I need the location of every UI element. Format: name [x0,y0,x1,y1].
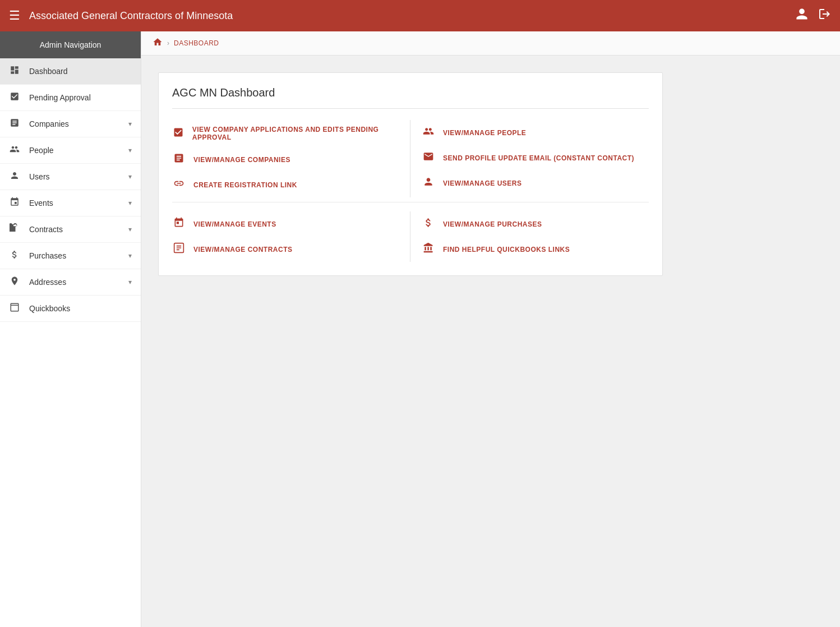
nav-icon-companies [9,118,20,130]
nav-label-events: Events [29,199,119,208]
dash-link-text-view-manage-people: VIEW/MANAGE PEOPLE [443,129,526,137]
nav-arrow-companies: ▾ [128,120,132,128]
dashboard-link-send-profile-update[interactable]: SEND PROFILE UPDATE EMAIL (CONSTANT CONT… [422,145,649,170]
nav-icon-addresses [9,276,20,288]
dash-link-icon-send-profile-update [422,151,435,165]
dashboard-link-view-manage-users[interactable]: VIEW/MANAGE USERS [422,170,649,196]
topbar-right [795,7,831,24]
nav-arrow-users: ▾ [128,173,132,181]
dashboard-link-find-quickbooks[interactable]: FIND HELPFUL QUICKBOOKS LINKS [422,237,649,262]
sidebar-item-contracts[interactable]: Contracts ▾ [0,216,141,243]
dash-link-text-create-registration-link: CREATE REGISTRATION LINK [193,181,297,189]
nav-label-companies: Companies [29,119,119,128]
dash-link-text-view-manage-companies: VIEW/MANAGE COMPANIES [193,156,290,164]
nav-arrow-purchases: ▾ [128,252,132,260]
dash-link-icon-create-registration-link [172,178,186,192]
topbar: ☰ Associated General Contractors of Minn… [0,0,840,31]
dashboard-top-left: VIEW COMPANY APPLICATIONS AND EDITS PEND… [172,120,410,197]
sidebar-item-people[interactable]: People ▾ [0,137,141,164]
nav-icon-dashboard [9,65,20,77]
dash-link-text-find-quickbooks: FIND HELPFUL QUICKBOOKS LINKS [443,246,570,253]
nav-icon-users [9,170,20,183]
dashboard-link-view-manage-contracts[interactable]: VIEW/MANAGE CONTRACTS [172,237,399,262]
dash-link-icon-view-manage-users [422,176,435,190]
sidebar-item-events[interactable]: Events ▾ [0,190,141,216]
dashboard-top-section: VIEW COMPANY APPLICATIONS AND EDITS PEND… [172,120,649,202]
nav-label-people: People [29,146,119,155]
nav-icon-people [9,144,20,156]
nav-icon-quickbooks [9,302,20,315]
logout-icon[interactable] [818,7,831,24]
sidebar-item-purchases[interactable]: Purchases ▾ [0,243,141,269]
dash-link-icon-view-manage-purchases [422,217,435,231]
sidebar-item-dashboard[interactable]: Dashboard [0,58,141,85]
dash-link-icon-view-manage-events [172,217,186,231]
dash-link-icon-view-manage-contracts [172,242,186,256]
nav-label-purchases: Purchases [29,251,119,260]
nav-arrow-contracts: ▾ [128,225,132,233]
dashboard-title: AGC MN Dashboard [172,86,649,109]
breadcrumb-home-icon[interactable] [153,37,163,49]
nav-icon-pending-approval [9,91,20,104]
nav-arrow-addresses: ▾ [128,278,132,286]
dashboard-link-view-company-apps[interactable]: VIEW COMPANY APPLICATIONS AND EDITS PEND… [172,120,399,147]
sidebar-item-companies[interactable]: Companies ▾ [0,111,141,137]
dash-link-text-view-manage-purchases: VIEW/MANAGE PURCHASES [443,220,542,228]
breadcrumb: › DASHBOARD [141,31,840,56]
dash-link-icon-view-company-apps [172,127,184,141]
breadcrumb-separator: › [167,39,169,47]
dashboard-link-view-manage-companies[interactable]: VIEW/MANAGE COMPANIES [172,147,399,172]
dashboard-link-view-manage-purchases[interactable]: VIEW/MANAGE PURCHASES [422,211,649,237]
layout: Admin Navigation Dashboard Pending Appro… [0,31,840,627]
sidebar: Admin Navigation Dashboard Pending Appro… [0,31,141,627]
menu-icon[interactable]: ☰ [9,8,20,23]
dash-link-text-view-manage-events: VIEW/MANAGE EVENTS [193,220,276,228]
nav-label-dashboard: Dashboard [29,67,132,76]
dash-link-text-view-manage-contracts: VIEW/MANAGE CONTRACTS [193,246,293,253]
breadcrumb-current: DASHBOARD [174,39,219,47]
sidebar-item-users[interactable]: Users ▾ [0,164,141,190]
nav-label-contracts: Contracts [29,225,119,234]
dashboard-bottom-section: VIEW/MANAGE EVENTS VIEW/MANAGE CONTRACTS… [172,207,649,262]
nav-label-addresses: Addresses [29,278,119,287]
topbar-left: ☰ Associated General Contractors of Minn… [9,8,233,23]
account-icon[interactable] [795,7,809,24]
dash-link-text-view-manage-users: VIEW/MANAGE USERS [443,179,522,187]
dashboard-link-view-manage-people[interactable]: VIEW/MANAGE PEOPLE [422,120,649,145]
nav-icon-events [9,197,20,209]
dash-link-text-view-company-apps: VIEW COMPANY APPLICATIONS AND EDITS PEND… [192,126,399,141]
dashboard-area: AGC MN Dashboard VIEW COMPANY APPLICATIO… [141,56,840,293]
main-content: › DASHBOARD AGC MN Dashboard VIEW COMPAN… [141,31,840,627]
sidebar-item-quickbooks[interactable]: Quickbooks [0,296,141,322]
nav-arrow-people: ▾ [128,146,132,154]
dashboard-card: AGC MN Dashboard VIEW COMPANY APPLICATIO… [158,72,663,276]
dashboard-bottom-left: VIEW/MANAGE EVENTS VIEW/MANAGE CONTRACTS [172,211,410,262]
nav-label-users: Users [29,172,119,181]
dash-link-icon-find-quickbooks [422,242,435,256]
app-title: Associated General Contractors of Minnes… [29,10,233,22]
dashboard-bottom-right: VIEW/MANAGE PURCHASES FIND HELPFUL QUICK… [410,211,649,262]
nav-arrow-events: ▾ [128,199,132,207]
dashboard-link-view-manage-events[interactable]: VIEW/MANAGE EVENTS [172,211,399,237]
nav-icon-contracts [9,223,20,236]
dash-link-text-send-profile-update: SEND PROFILE UPDATE EMAIL (CONSTANT CONT… [443,154,634,162]
nav-items: Dashboard Pending Approval Companies ▾ P… [0,58,141,322]
nav-icon-purchases [9,250,20,262]
dash-link-icon-view-manage-companies [172,153,186,167]
nav-label-pending-approval: Pending Approval [29,93,132,102]
dashboard-top-right: VIEW/MANAGE PEOPLE SEND PROFILE UPDATE E… [410,120,649,197]
dash-link-icon-view-manage-people [422,126,435,140]
dashboard-link-create-registration-link[interactable]: CREATE REGISTRATION LINK [172,172,399,197]
sidebar-item-pending-approval[interactable]: Pending Approval [0,85,141,111]
sidebar-header: Admin Navigation [0,31,141,58]
sidebar-item-addresses[interactable]: Addresses ▾ [0,269,141,296]
nav-label-quickbooks: Quickbooks [29,304,132,313]
